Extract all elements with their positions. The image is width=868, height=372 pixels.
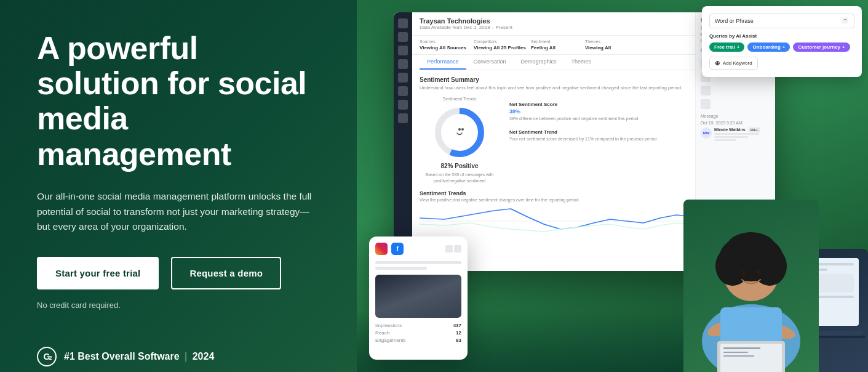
message-line <box>714 136 748 138</box>
mobile-content-lines <box>375 261 461 270</box>
ai-chip-customer-journey[interactable]: Customer journey + <box>793 42 850 52</box>
reach-row: Reach 12 <box>375 330 461 336</box>
sidebar-nav-item <box>398 100 408 110</box>
svg-point-6 <box>461 128 464 131</box>
left-content: A powerful solution for social media man… <box>0 0 357 372</box>
engagements-row: Engagements 83 <box>375 338 461 343</box>
svg-rect-24 <box>723 355 754 357</box>
message-item: MW Minnie Watkins 99k+ <box>701 127 770 142</box>
panel-icon <box>701 99 711 109</box>
svg-rect-23 <box>723 352 748 353</box>
mobile-app-screenshot: f Impressions 437 Reach <box>369 237 468 360</box>
sidebar-nav-item <box>398 86 408 96</box>
svg-rect-22 <box>723 347 760 349</box>
ai-chip-onboarding[interactable]: Onboarding + <box>747 42 790 52</box>
no-cc-text: No credit card required. <box>37 301 320 310</box>
mobile-nav-dots <box>445 245 461 253</box>
ai-chip-free-trial[interactable]: Free trial + <box>709 42 744 52</box>
mobile-post-image <box>375 275 461 318</box>
reach-label: Reach <box>375 330 389 336</box>
filter-sources: Sources Viewing All Sources <box>420 39 469 51</box>
message-line <box>714 133 759 135</box>
ai-assist-panel: Word or Phrase Queries by AI Assist Free… <box>702 6 862 77</box>
filter-themes: Themes Viewing All <box>585 39 634 51</box>
svg-point-18 <box>741 270 746 275</box>
sidebar-nav-item <box>398 32 408 42</box>
message-label: Message <box>701 114 770 118</box>
panel-icon <box>701 86 711 95</box>
award-section: G 2 #1 Best Overall Software | 2024 Top … <box>37 347 320 372</box>
hero-subheadline: Our all-in-one social media management p… <box>37 189 320 235</box>
mobile-app-header: f <box>375 243 461 255</box>
sidebar-nav-item <box>398 113 408 123</box>
svg-point-19 <box>756 270 761 275</box>
filter-competitors: Competitors Viewing All 25 Profiles <box>474 39 526 51</box>
tab-demographics[interactable]: Demographics <box>514 55 564 70</box>
add-keyword-button[interactable]: ⊕ Add Keyword <box>709 57 758 70</box>
ai-search-bar: Word or Phrase <box>709 14 854 28</box>
svg-point-14 <box>727 232 776 263</box>
request-demo-button[interactable]: Request a demo <box>171 257 281 289</box>
impressions-label: Impressions <box>375 323 402 328</box>
mobile-stats: Impressions 437 Reach 12 Engagements 83 <box>375 323 461 343</box>
tab-themes[interactable]: Themes <box>564 55 599 70</box>
mobile-text-line <box>375 261 461 264</box>
award-header: G 2 #1 Best Overall Software | 2024 <box>37 347 320 366</box>
sidebar-nav-item <box>398 59 408 69</box>
message-text-lines <box>714 133 770 141</box>
mobile-image-inner <box>375 275 461 318</box>
person-photo <box>683 200 819 372</box>
mobile-text-line <box>375 267 427 270</box>
donut-chart-area: Sentiment Trends <box>420 97 500 184</box>
messenger-avatar: MW <box>701 127 712 139</box>
donut-percentage-label: 82% Positive <box>440 163 478 169</box>
hero-container: A powerful solution for social media man… <box>0 0 868 372</box>
person-background <box>683 200 819 372</box>
impressions-row: Impressions 437 <box>375 323 461 328</box>
facebook-icon: f <box>391 243 404 255</box>
start-trial-button[interactable]: Start your free trial <box>37 257 159 289</box>
mobile-nav-dot <box>445 245 453 253</box>
engagements-label: Engagements <box>375 338 405 343</box>
message-line <box>714 139 736 141</box>
sidebar-nav-item <box>398 73 408 83</box>
hero-headline: A powerful solution for social media man… <box>37 31 320 172</box>
messenger-badge: 99k+ <box>749 127 760 132</box>
instagram-icon <box>375 243 388 255</box>
tab-conversation[interactable]: Conversation <box>466 55 514 70</box>
message-date: Oct 19, 2023 9:20 AM <box>701 121 770 125</box>
search-icon <box>842 17 849 25</box>
ai-assist-label: Queries by AI Assist <box>709 33 854 39</box>
ai-search-text: Word or Phrase <box>715 18 842 24</box>
donut-chart <box>432 105 487 160</box>
person-silhouette-icon <box>683 200 819 372</box>
sidebar-nav-item <box>398 46 408 55</box>
reach-value: 12 <box>456 330 461 336</box>
award-title: #1 Best Overall Software | 2024 <box>64 351 214 362</box>
engagements-value: 83 <box>456 338 461 343</box>
sidebar-nav-item <box>398 18 408 28</box>
svg-text:2: 2 <box>49 355 52 361</box>
message-area: Message Oct 19, 2023 9:20 AM MW Minnie W… <box>701 114 770 142</box>
tab-performance[interactable]: Performance <box>420 55 466 70</box>
svg-rect-8 <box>842 17 848 24</box>
g2-logo-icon: G 2 <box>37 347 57 366</box>
svg-point-5 <box>458 128 461 131</box>
donut-subtitle: Based on the 585 of messages with positi… <box>420 172 500 184</box>
impressions-value: 437 <box>453 323 461 328</box>
sentiment-trends-label: Sentiment Trends <box>443 97 477 101</box>
dashboard-sidebar <box>394 12 412 271</box>
mobile-nav-dot <box>454 245 461 253</box>
messenger-name: Minnie Watkins 99k+ <box>714 127 770 132</box>
cta-buttons: Start your free trial Request a demo <box>37 257 320 289</box>
ai-chips-container: Free trial + Onboarding + Customer journ… <box>709 42 854 52</box>
filter-sentiment: Sentiment Feeling All <box>531 39 580 51</box>
messenger-content: Minnie Watkins 99k+ <box>714 127 770 142</box>
right-visuals: Traysan Technologies Data Available from… <box>357 0 868 372</box>
